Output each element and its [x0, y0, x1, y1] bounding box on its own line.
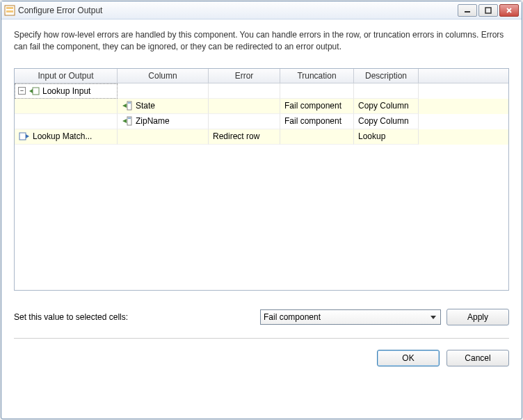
column-icon	[122, 101, 133, 111]
collapse-icon[interactable]: −	[18, 87, 26, 95]
svg-marker-17	[431, 316, 436, 319]
grid-header: Input or Output Column Error Truncation …	[15, 69, 508, 83]
svg-rect-10	[128, 102, 131, 104]
cell-io[interactable]	[15, 114, 118, 129]
minimize-button[interactable]	[458, 4, 477, 17]
cell-col[interactable]	[118, 83, 209, 99]
svg-marker-14	[122, 119, 127, 123]
set-value-row: Set this value to selected cells: Fail c…	[14, 309, 509, 325]
cell-col[interactable]: State	[118, 99, 209, 114]
cell-trunc[interactable]: Fail component	[280, 114, 354, 129]
cancel-button[interactable]: Cancel	[446, 350, 509, 366]
cell-desc[interactable]: Lookup	[354, 129, 419, 145]
input-arrow-icon	[29, 86, 40, 96]
app-icon	[4, 5, 15, 16]
svg-marker-16	[26, 134, 29, 138]
cell-io[interactable]: − Lookup Input	[15, 83, 118, 99]
desc-value: Copy Column	[358, 101, 409, 111]
header-column[interactable]: Column	[118, 69, 209, 83]
ok-button[interactable]: OK	[377, 350, 440, 366]
row-label: Lookup Match...	[33, 131, 92, 141]
svg-rect-4	[485, 8, 491, 13]
column-name: ZipName	[136, 116, 170, 126]
cell-desc[interactable]	[354, 83, 419, 99]
configure-error-output-window: Configure Error Output Specify how row-l…	[1, 1, 522, 419]
err-value: Redirect row	[213, 131, 259, 141]
cell-trunc[interactable]	[280, 83, 354, 99]
svg-rect-7	[33, 88, 39, 95]
cell-err[interactable]	[209, 83, 280, 99]
window-controls	[458, 4, 519, 17]
content-area: Specify how row-level errors are handled…	[1, 19, 522, 419]
error-grid[interactable]: Input or Output Column Error Truncation …	[14, 68, 509, 291]
desc-value: Copy Column	[358, 116, 409, 126]
titlebar[interactable]: Configure Error Output	[1, 1, 522, 19]
svg-marker-8	[29, 89, 33, 93]
column-name: State	[136, 101, 155, 111]
table-row[interactable]: ZipName Fail component Copy Column	[15, 114, 508, 129]
trunc-value: Fail component	[284, 116, 341, 126]
window-title: Configure Error Output	[18, 6, 458, 15]
desc-value: Lookup	[358, 131, 385, 141]
cell-trunc[interactable]: Fail component	[280, 99, 354, 114]
cell-col[interactable]	[118, 129, 209, 145]
grid-body: − Lookup Input	[15, 83, 508, 145]
cell-desc[interactable]: Copy Column	[354, 99, 419, 114]
header-description[interactable]: Description	[354, 69, 419, 83]
cell-err[interactable]: Redirect row	[209, 129, 280, 145]
column-icon	[122, 116, 133, 126]
table-row[interactable]: State Fail component Copy Column	[15, 99, 508, 114]
header-truncation[interactable]: Truncation	[280, 69, 354, 83]
table-row[interactable]: Lookup Match... Redirect row Lookup	[15, 129, 508, 145]
set-value-dropdown[interactable]: Fail component	[260, 309, 441, 325]
cell-trunc[interactable]	[280, 129, 354, 145]
trunc-value: Fail component	[284, 101, 341, 111]
svg-rect-2	[6, 10, 13, 13]
row-label: Lookup Input	[42, 86, 90, 96]
header-error[interactable]: Error	[209, 69, 280, 83]
separator	[14, 338, 509, 339]
cell-err[interactable]	[209, 114, 280, 129]
dropdown-selected: Fail component	[264, 312, 321, 322]
header-input-output[interactable]: Input or Output	[15, 69, 118, 83]
cell-col[interactable]: ZipName	[118, 114, 209, 129]
cell-err[interactable]	[209, 99, 280, 114]
dialog-footer: OK Cancel	[14, 347, 509, 366]
maximize-button[interactable]	[478, 4, 498, 17]
svg-rect-13	[128, 118, 131, 119]
set-value-label: Set this value to selected cells:	[14, 312, 128, 322]
svg-rect-1	[6, 7, 13, 9]
table-row[interactable]: − Lookup Input	[15, 83, 508, 99]
cell-desc[interactable]: Copy Column	[354, 114, 419, 129]
cell-io[interactable]	[15, 99, 118, 114]
close-button[interactable]	[499, 4, 519, 17]
svg-rect-15	[19, 133, 26, 140]
chevron-down-icon	[428, 312, 439, 323]
svg-marker-11	[122, 104, 127, 108]
apply-button[interactable]: Apply	[446, 309, 509, 325]
description-text: Specify how row-level errors are handled…	[14, 29, 509, 53]
cell-io[interactable]: Lookup Match...	[15, 129, 118, 145]
output-arrow-icon	[19, 131, 30, 141]
